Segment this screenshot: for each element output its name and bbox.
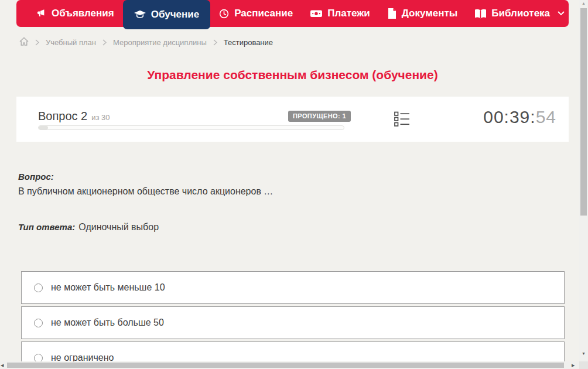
answer-option-1[interactable]: не может быть меньше 10 (21, 271, 565, 304)
scroll-right-arrow-icon[interactable]: ▶ (572, 361, 575, 369)
page-title: Управление собственным бизнесом (обучени… (16, 68, 569, 82)
vertical-scrollbar[interactable]: ▲ ▼ (579, 0, 588, 361)
nav-item-documents[interactable]: Документы (379, 0, 467, 27)
question-number-label: Вопрос 2 (38, 110, 87, 122)
answer-option-label: не может быть больше 50 (51, 317, 164, 328)
skipped-badge: ПРОПУЩЕНО: 1 (288, 111, 351, 122)
answer-type-line: Тип ответа:Одиночный выбор (18, 222, 159, 233)
nav-item-label: Платежи (327, 8, 370, 19)
breadcrumb-separator-icon (35, 39, 39, 46)
breadcrumb-item-discipline-event[interactable]: Мероприятие дисциплины (113, 38, 207, 47)
nav-item-payments[interactable]: Платежи (302, 0, 379, 27)
nav-item-schedule[interactable]: Расписание (210, 0, 302, 27)
question-total-label: из 30 (91, 113, 110, 122)
radio-button[interactable] (34, 319, 43, 327)
browser-viewport: Объявления Обучение (0, 0, 588, 369)
timer-hours-minutes: 00:39: (483, 107, 535, 127)
breadcrumb-item-curriculum[interactable]: Учебный план (46, 38, 96, 47)
nav-items: Объявления Обучение (16, 0, 569, 29)
banknote-icon (310, 8, 322, 19)
nav-item-library[interactable]: Библиотека (466, 0, 573, 27)
vertical-scrollbar-thumb[interactable] (580, 8, 587, 216)
answer-options: не может быть меньше 10 не может быть бо… (21, 271, 565, 361)
question-list-button[interactable] (394, 111, 410, 129)
scroll-left-arrow-icon[interactable]: ◀ (1, 361, 4, 369)
radio-button[interactable] (34, 354, 43, 362)
nav-item-announcements[interactable]: Объявления (27, 0, 123, 27)
radio-button[interactable] (34, 283, 43, 292)
question-heading: Вопрос: (18, 172, 54, 182)
answer-option-3[interactable]: не ограничено (21, 341, 565, 361)
answer-option-label: не ограничено (51, 353, 114, 361)
home-icon[interactable] (19, 37, 29, 48)
top-navigation: Объявления Обучение (16, 0, 569, 29)
question-text: В публичном акционерном обществе число а… (18, 186, 273, 197)
open-book-icon (475, 9, 486, 19)
nav-item-label: Библиотека (491, 8, 550, 19)
progress-fill (39, 126, 48, 129)
nav-item-learning[interactable]: Обучение (123, 0, 210, 29)
question-list-icon (394, 119, 410, 129)
breadcrumb: Учебный план Мероприятие дисциплины Тест… (19, 37, 273, 48)
answer-option-2[interactable]: не может быть больше 50 (21, 306, 565, 339)
timer: 00:39:54 (483, 107, 556, 127)
nav-item-label: Обучение (151, 9, 199, 20)
question-header-card: Вопрос 2из 30 ПРОПУЩЕНО: 1 (16, 97, 569, 142)
horizontal-scrollbar-thumb[interactable] (7, 363, 564, 368)
answer-type-label: Тип ответа: (18, 222, 75, 232)
scrollbar-corner (579, 361, 588, 369)
breadcrumb-separator-icon (102, 39, 107, 46)
page-content: Объявления Обучение (0, 0, 579, 361)
timer-seconds: 54 (536, 107, 556, 127)
graduation-cap-icon (134, 10, 146, 19)
clock-icon (219, 9, 229, 19)
answer-type-value: Одиночный выбор (78, 222, 159, 232)
horizontal-scrollbar[interactable]: ◀ ▶ (0, 361, 579, 369)
megaphone-icon (36, 8, 46, 19)
nav-item-label: Объявления (52, 8, 114, 19)
document-icon (388, 8, 396, 19)
chevron-down-icon (558, 11, 565, 16)
breadcrumb-separator-icon (213, 39, 217, 46)
scroll-up-arrow-icon[interactable]: ▲ (579, 1, 588, 5)
scroll-down-arrow-icon[interactable]: ▼ (579, 351, 588, 356)
question-number: Вопрос 2из 30 (38, 110, 110, 123)
answer-option-label: не может быть меньше 10 (51, 282, 165, 293)
nav-item-label: Документы (402, 8, 458, 19)
breadcrumb-item-testing: Тестирование (224, 38, 273, 47)
nav-item-label: Расписание (234, 8, 293, 19)
progress-bar (38, 125, 344, 130)
